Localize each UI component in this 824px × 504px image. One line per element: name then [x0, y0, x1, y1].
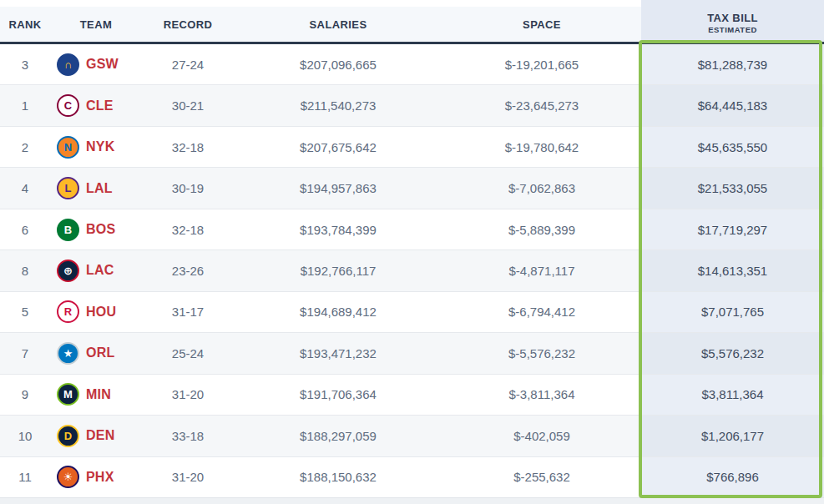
team-cell[interactable]: M MIN: [50, 375, 142, 415]
team-abbreviation-link[interactable]: DEN: [86, 428, 114, 443]
table-row: 11 ☀ PHX 31-20 $188,150,632 $-255,632 $7…: [0, 457, 824, 497]
salaries-cell: $194,957,863: [234, 168, 442, 208]
salaries-cell: $207,675,642: [234, 127, 442, 167]
tax-bill-cell: $1,206,177: [641, 416, 824, 456]
tax-bill-cell: $3,811,364: [641, 375, 824, 415]
column-header-record[interactable]: RECORD: [142, 0, 234, 42]
team-cell[interactable]: ☀ PHX: [50, 457, 142, 497]
team-cell[interactable]: L LAL: [50, 168, 142, 208]
tax-bill-cell: $45,635,550: [641, 127, 824, 167]
table-row: 7 ★ ORL 25-24 $193,471,232 $-5,576,232 $…: [0, 333, 824, 374]
rank-cell: 11: [0, 457, 50, 497]
salaries-cell: $188,297,059: [234, 416, 442, 456]
table-row: 5 R HOU 31-17 $194,689,412 $-6,794,412 $…: [0, 292, 824, 333]
team-logo-icon: M: [57, 383, 79, 406]
team-cell[interactable]: ⊕ LAC: [50, 250, 142, 290]
table-row: 9 M MIN 31-20 $191,706,364 $-3,811,364 $…: [0, 375, 824, 416]
rank-cell: 10: [0, 416, 50, 456]
team-logo-glyph: ★: [63, 348, 73, 359]
space-cell: $-19,780,642: [442, 127, 641, 167]
record-cell: 32-18: [142, 127, 234, 167]
tax-bill-cell: $5,576,232: [641, 333, 824, 373]
team-cell[interactable]: R HOU: [50, 292, 142, 332]
tax-bill-cell: $81,288,739: [641, 44, 824, 84]
team-abbreviation-link[interactable]: LAC: [86, 263, 114, 278]
table-body: 3 ∩ GSW 27-24 $207,096,665 $-19,201,665 …: [0, 44, 824, 497]
record-cell: 31-20: [142, 375, 234, 415]
table-row: 1 C CLE 30-21 $211,540,273 $-23,645,273 …: [0, 85, 824, 126]
team-logo-icon: L: [57, 177, 79, 199]
team-abbreviation-link[interactable]: ORL: [86, 345, 114, 360]
space-cell: $-19,201,665: [442, 44, 641, 84]
column-header-team[interactable]: TEAM: [50, 0, 142, 42]
team-cell[interactable]: B BOS: [50, 209, 142, 249]
table-row: 10 D DEN 33-18 $188,297,059 $-402,059 $1…: [0, 416, 824, 456]
salaries-cell: $193,784,399: [234, 209, 442, 249]
team-logo-glyph: D: [64, 431, 72, 441]
tax-bill-cell: $7,071,765: [641, 292, 824, 332]
rank-cell: 6: [0, 209, 50, 249]
column-header-salaries[interactable]: SALARIES: [234, 0, 442, 42]
space-cell: $-402,059: [442, 416, 641, 456]
tax-bill-cell: $64,445,183: [641, 85, 824, 125]
team-logo-icon: N: [57, 136, 79, 159]
team-logo-glyph: ☀: [63, 471, 73, 482]
team-cell[interactable]: N NYK: [50, 127, 142, 167]
column-header-space[interactable]: SPACE: [442, 0, 641, 42]
salaries-cell: $192,766,117: [234, 250, 442, 290]
rank-cell: 4: [0, 168, 50, 208]
record-cell: 31-20: [142, 457, 234, 497]
team-abbreviation-link[interactable]: LAL: [86, 181, 113, 196]
space-cell: $-6,794,412: [442, 292, 641, 332]
rank-cell: 2: [0, 127, 50, 167]
team-abbreviation-link[interactable]: MIN: [86, 387, 111, 402]
team-logo-icon: ☀: [57, 466, 79, 488]
rank-cell: 8: [0, 250, 50, 290]
rank-cell: 5: [0, 292, 50, 332]
space-cell: $-4,871,117: [442, 250, 641, 290]
team-abbreviation-link[interactable]: GSW: [86, 57, 119, 72]
team-logo-glyph: B: [64, 224, 72, 235]
team-abbreviation-link[interactable]: HOU: [86, 305, 116, 320]
team-logo-icon: C: [57, 94, 79, 117]
salaries-cell: $191,706,364: [234, 375, 442, 415]
rank-cell: 9: [0, 375, 50, 415]
record-cell: 32-18: [142, 209, 234, 249]
space-cell: $-5,576,232: [442, 333, 641, 373]
table-header-row: RANK TEAM RECORD SALARIES SPACE TAX BILL…: [0, 0, 824, 42]
team-logo-glyph: ∩: [64, 59, 72, 70]
team-logo-icon: B: [57, 219, 79, 241]
team-logo-icon: ⊕: [57, 260, 79, 282]
team-logo-icon: D: [57, 425, 79, 447]
space-cell: $-3,811,364: [442, 375, 641, 415]
team-abbreviation-link[interactable]: PHX: [86, 470, 114, 485]
rank-cell: 1: [0, 85, 50, 125]
rank-cell: 3: [0, 44, 50, 84]
record-cell: 23-26: [142, 250, 234, 290]
record-cell: 33-18: [142, 416, 234, 456]
team-logo-glyph: L: [65, 183, 72, 194]
team-logo-glyph: M: [63, 389, 73, 400]
team-abbreviation-link[interactable]: NYK: [86, 139, 114, 154]
team-cell[interactable]: ★ ORL: [50, 333, 142, 373]
team-abbreviation-link[interactable]: BOS: [86, 222, 115, 237]
salaries-cell: $188,150,632: [234, 457, 442, 497]
table-row: 4 L LAL 30-19 $194,957,863 $-7,062,863 $…: [0, 168, 824, 209]
record-cell: 30-19: [142, 168, 234, 208]
team-cell[interactable]: ∩ GSW: [50, 44, 142, 84]
team-cell[interactable]: C CLE: [50, 85, 142, 125]
column-header-rank[interactable]: RANK: [0, 0, 50, 42]
space-cell: $-7,062,863: [442, 168, 641, 208]
column-header-tax-bill[interactable]: TAX BILL ESTIMATED: [641, 0, 824, 42]
record-cell: 30-21: [142, 85, 234, 125]
team-abbreviation-link[interactable]: CLE: [86, 98, 114, 113]
team-logo-glyph: ⊕: [63, 265, 73, 276]
rank-cell: 7: [0, 333, 50, 373]
team-tax-bill-table: RANK TEAM RECORD SALARIES SPACE TAX BILL…: [0, 0, 824, 504]
team-logo-glyph: N: [64, 142, 72, 153]
salaries-cell: $194,689,412: [234, 292, 442, 332]
team-cell[interactable]: D DEN: [50, 416, 142, 456]
tax-bill-cell: $21,533,055: [641, 168, 824, 208]
table-row: 3 ∩ GSW 27-24 $207,096,665 $-19,201,665 …: [0, 44, 824, 85]
tax-bill-cell: $17,719,297: [641, 209, 824, 249]
